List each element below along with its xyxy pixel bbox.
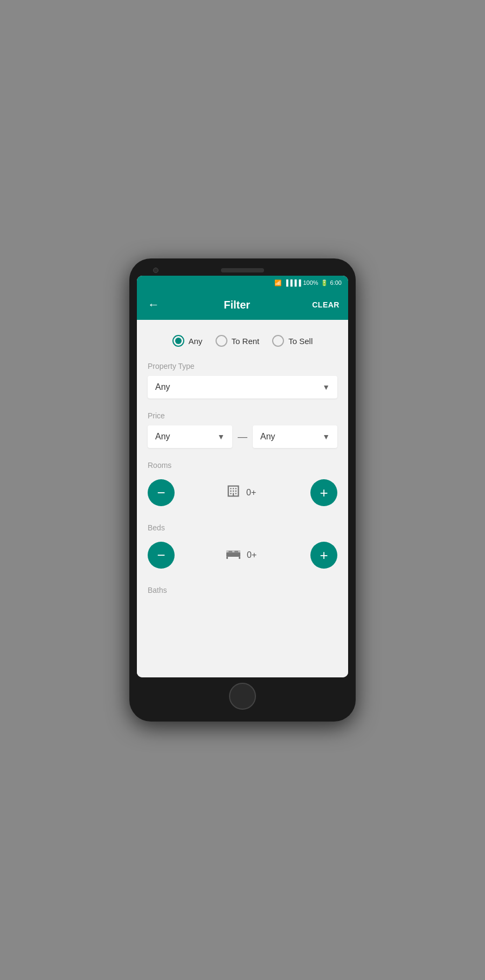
svg-rect-5: [234, 551, 238, 553]
property-type-value: Any: [155, 382, 170, 392]
price-max-dropdown[interactable]: Any ▼: [253, 425, 337, 448]
baths-label: Baths: [148, 586, 337, 594]
beds-label: Beds: [148, 523, 337, 532]
battery-text: 100%: [303, 279, 318, 286]
beds-minus-icon: −: [157, 548, 165, 562]
signal-icon: ▐▐▐▐: [284, 279, 301, 286]
app-bar-title: Filter: [224, 299, 250, 311]
radio-to-rent[interactable]: To Rent: [216, 335, 260, 347]
radio-circle-any: [172, 335, 184, 347]
phone-top-bar: [137, 268, 348, 272]
radio-any[interactable]: Any: [172, 335, 203, 347]
price-row: Any ▼ — Any ▼: [148, 425, 337, 448]
beds-plus-icon: +: [320, 548, 328, 562]
baths-section: Baths: [148, 586, 337, 594]
rooms-display: 0+: [226, 484, 259, 502]
svg-rect-2: [239, 557, 240, 559]
property-type-label: Property Type: [148, 362, 337, 370]
rooms-building-icon: [226, 484, 241, 502]
svg-rect-1: [226, 557, 228, 559]
svg-rect-4: [228, 551, 232, 553]
price-separator: —: [237, 431, 248, 443]
price-max-value: Any: [260, 432, 275, 442]
beds-minus-button[interactable]: −: [148, 542, 175, 569]
radio-label-to-rent: To Rent: [232, 337, 260, 346]
beds-value: 0+: [247, 550, 260, 560]
svg-rect-0: [226, 552, 240, 557]
phone-bottom-bar: [137, 683, 348, 710]
beds-section: Beds −: [148, 523, 337, 573]
beds-counter-row: − 0+: [148, 537, 337, 573]
radio-inner-any: [175, 338, 182, 344]
beds-plus-button[interactable]: +: [310, 542, 337, 569]
rooms-value: 0+: [246, 488, 259, 498]
radio-label-to-sell: To Sell: [288, 337, 313, 346]
radio-to-sell[interactable]: To Sell: [272, 335, 313, 347]
price-min-arrow: ▼: [217, 432, 225, 441]
rooms-minus-button[interactable]: −: [148, 479, 175, 506]
property-type-section: Property Type Any ▼: [148, 362, 337, 398]
battery-icon: 🔋: [321, 279, 328, 286]
status-bar: 📶 ▐▐▐▐ 100% 🔋 6:00: [137, 276, 348, 290]
app-bar: ← Filter CLEAR: [137, 290, 348, 320]
rooms-section: Rooms − 0+ +: [148, 461, 337, 510]
phone-shell: 📶 ▐▐▐▐ 100% 🔋 6:00 ← Filter CLEAR Any: [129, 258, 356, 722]
back-button[interactable]: ←: [146, 297, 162, 313]
beds-display: 0+: [225, 547, 260, 563]
rooms-label: Rooms: [148, 461, 337, 470]
svg-rect-3: [226, 550, 240, 553]
property-type-arrow: ▼: [322, 383, 330, 391]
property-type-dropdown[interactable]: Any ▼: [148, 376, 337, 398]
time-text: 6:00: [330, 279, 342, 286]
rooms-counter-row: − 0+ +: [148, 475, 337, 510]
phone-screen: 📶 ▐▐▐▐ 100% 🔋 6:00 ← Filter CLEAR Any: [137, 276, 348, 677]
home-button[interactable]: [229, 683, 256, 710]
phone-camera: [153, 268, 158, 273]
radio-label-any: Any: [189, 337, 203, 346]
price-section: Price Any ▼ — Any ▼: [148, 411, 337, 448]
rooms-plus-button[interactable]: +: [310, 479, 337, 506]
price-min-dropdown[interactable]: Any ▼: [148, 425, 232, 448]
clear-button[interactable]: CLEAR: [312, 300, 340, 309]
rooms-plus-icon: +: [320, 486, 328, 500]
radio-circle-to-sell: [272, 335, 284, 347]
content: Any To Rent To Sell Property Type Any ▼: [137, 320, 348, 677]
status-icons: 📶 ▐▐▐▐ 100% 🔋 6:00: [274, 279, 342, 286]
beds-icon: [225, 547, 241, 563]
rooms-minus-icon: −: [157, 486, 165, 500]
phone-speaker: [221, 268, 264, 272]
listing-type-group: Any To Rent To Sell: [148, 335, 337, 347]
radio-circle-to-rent: [216, 335, 227, 347]
price-max-arrow: ▼: [322, 432, 330, 441]
wifi-icon: 📶: [274, 279, 282, 286]
price-label: Price: [148, 411, 337, 420]
price-min-value: Any: [155, 432, 170, 442]
